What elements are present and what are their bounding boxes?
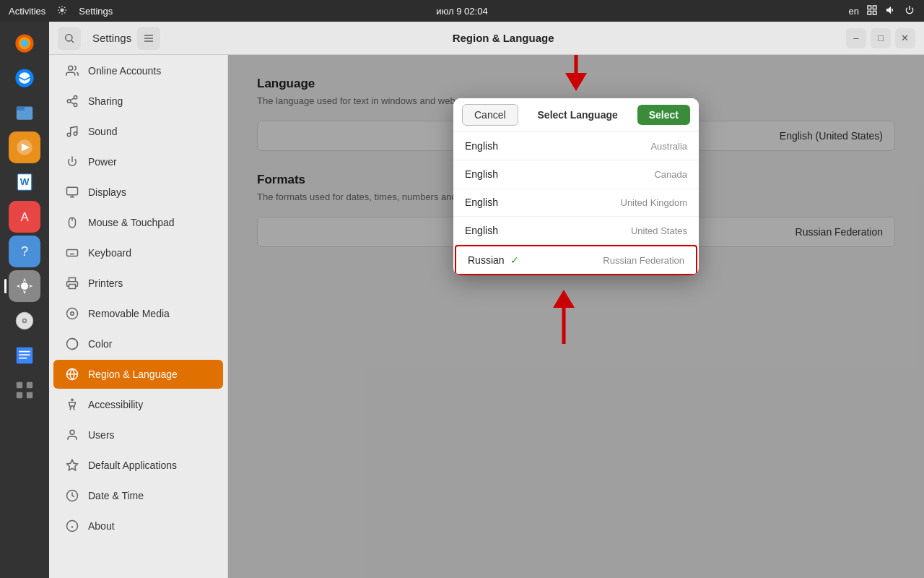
svg-point-7 [21, 40, 28, 47]
globe-icon [65, 367, 79, 381]
arrow-up-indicator [546, 286, 582, 344]
lang-item-russian[interactable]: Russian ✓ Russian Federation [455, 245, 697, 275]
svg-rect-2 [873, 6, 876, 9]
lang-item-english-uk[interactable]: English United Kingdom [453, 189, 699, 217]
dock-help[interactable]: ? [9, 236, 40, 267]
svg-point-35 [74, 96, 77, 100]
sidebar-label-region-language: Region & Language [88, 368, 178, 380]
svg-point-41 [74, 132, 77, 136]
close-button[interactable]: ✕ [895, 28, 915, 48]
accessibility-icon [65, 397, 79, 412]
power-icon [904, 4, 915, 18]
svg-rect-24 [19, 358, 27, 359]
sidebar-item-power[interactable]: Power [53, 147, 223, 176]
svg-rect-22 [19, 351, 30, 353]
sidebar-item-mouse-touchpad[interactable]: Mouse & Touchpad [53, 208, 223, 237]
sidebar: Online Accounts Sharing Sound Power [49, 55, 228, 578]
dock-rhythmbox[interactable] [9, 131, 40, 163]
media-icon [65, 306, 79, 321]
sidebar-title: Settings [92, 32, 131, 44]
svg-point-40 [67, 133, 71, 137]
dock-notes[interactable] [9, 340, 40, 371]
svg-point-60 [70, 430, 74, 434]
sidebar-item-online-accounts[interactable]: Online Accounts [53, 56, 223, 85]
modal-wrapper: Cancel Select Language Select English Au… [453, 98, 699, 275]
lang-name-russian: Russian ✓ [468, 254, 519, 266]
dock-files[interactable] [9, 97, 40, 129]
keyboard-icon [65, 246, 79, 260]
modal-title: Select Language [538, 109, 618, 121]
settings-label[interactable]: Settings [79, 6, 113, 17]
titlebar-left: Settings [58, 27, 160, 50]
settings-window: Settings Region & Language – □ ✕ Online … [49, 22, 924, 578]
sidebar-label-sharing: Sharing [88, 95, 123, 107]
sidebar-label-printers: Printers [88, 277, 123, 289]
arrow-down-indicator [558, 55, 594, 95]
window-content: Online Accounts Sharing Sound Power [49, 55, 924, 578]
svg-point-54 [67, 309, 78, 319]
cancel-button[interactable]: Cancel [462, 104, 518, 126]
svg-rect-23 [19, 354, 30, 355]
sidebar-item-displays[interactable]: Displays [53, 178, 223, 207]
sidebar-item-sharing[interactable]: Sharing [53, 87, 223, 116]
dock: W A ? [0, 22, 49, 578]
region-name-australia: Australia [650, 141, 687, 152]
sidebar-item-sound[interactable]: Sound [53, 117, 223, 146]
dock-thunderbird[interactable] [9, 62, 40, 94]
main-area: Language The language used for text in w… [228, 55, 924, 578]
svg-rect-11 [17, 107, 25, 111]
sidebar-item-region-language[interactable]: Region & Language [53, 360, 223, 389]
people-icon [65, 64, 79, 78]
apps-icon [65, 458, 79, 473]
settings-app-label [57, 5, 67, 17]
lang-item-english-canada[interactable]: English Canada [453, 160, 699, 189]
sidebar-label-users: Users [88, 429, 115, 441]
dock-libreoffice[interactable]: W [9, 166, 40, 198]
search-button[interactable] [58, 27, 81, 50]
lang-item-english-australia[interactable]: English Australia [453, 132, 699, 160]
dock-optical[interactable] [9, 305, 40, 337]
activities-button[interactable]: Activities [9, 6, 45, 17]
svg-point-59 [71, 399, 73, 400]
sidebar-item-accessibility[interactable]: Accessibility [53, 390, 223, 419]
sidebar-item-keyboard[interactable]: Keyboard [53, 238, 223, 267]
sidebar-item-removable-media[interactable]: Removable Media [53, 299, 223, 328]
svg-rect-3 [873, 11, 876, 14]
svg-rect-27 [17, 392, 22, 398]
clock-icon [65, 488, 79, 503]
dock-settings[interactable] [9, 270, 40, 302]
topbar: Activities Settings июл 9 02:04 en [0, 0, 924, 22]
sidebar-label-mouse-touchpad: Mouse & Touchpad [88, 217, 175, 228]
minimize-button[interactable]: – [846, 28, 866, 48]
hamburger-menu-button[interactable] [137, 27, 160, 50]
sidebar-item-about[interactable]: About [53, 512, 223, 540]
svg-point-36 [67, 100, 71, 103]
info-icon [65, 519, 79, 533]
svg-rect-26 [27, 382, 32, 388]
svg-point-0 [61, 8, 64, 12]
dock-firefox[interactable] [9, 27, 40, 59]
svg-line-39 [70, 98, 74, 100]
svg-marker-67 [565, 73, 587, 91]
music-icon [65, 124, 79, 139]
dock-apps-grid[interactable] [9, 374, 40, 406]
lang-item-english-us[interactable]: English United States [453, 217, 699, 245]
sidebar-label-online-accounts: Online Accounts [88, 65, 161, 77]
maximize-button[interactable]: □ [871, 28, 891, 48]
select-button[interactable]: Select [637, 105, 690, 125]
svg-point-17 [21, 282, 28, 290]
svg-rect-28 [27, 392, 32, 398]
topbar-right: en [849, 4, 915, 18]
svg-rect-47 [67, 250, 78, 256]
sidebar-label-default-applications: Default Applications [88, 460, 177, 471]
sidebar-label-sound: Sound [88, 126, 117, 137]
sidebar-item-printers[interactable]: Printers [53, 269, 223, 298]
sidebar-item-users[interactable]: Users [53, 420, 223, 449]
sidebar-item-color[interactable]: Color [53, 329, 223, 358]
sidebar-item-default-applications[interactable]: Default Applications [53, 451, 223, 480]
dock-appstore[interactable]: A [9, 201, 40, 233]
sidebar-item-date-time[interactable]: Date & Time [53, 481, 223, 510]
printer-icon [65, 276, 79, 290]
modal-titlebar: Cancel Select Language Select [453, 98, 699, 132]
svg-marker-61 [67, 460, 78, 470]
